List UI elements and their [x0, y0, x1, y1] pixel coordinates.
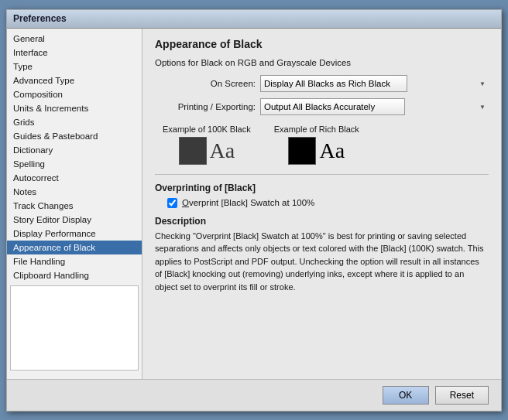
description-text: Checking "Overprint [Black] Swatch at 10…	[155, 230, 489, 294]
sidebar: General Interface Type Advanced Type Com…	[7, 29, 142, 379]
section-label: Options for Black on RGB and Grayscale D…	[155, 58, 489, 67]
printing-row: Printing / Exporting: Output All Blacks …	[155, 98, 489, 115]
sidebar-list: General Interface Type Advanced Type Com…	[7, 32, 142, 282]
reset-button[interactable]: Reset	[435, 386, 489, 405]
swatch-rich	[288, 137, 316, 165]
sidebar-item-guides-pasteboard[interactable]: Guides & Pasteboard	[7, 129, 142, 143]
on-screen-row: On Screen: Display All Blacks as Rich Bl…	[155, 75, 489, 92]
overprint-checkbox[interactable]	[167, 198, 177, 208]
sidebar-item-composition[interactable]: Composition	[7, 87, 142, 101]
sidebar-item-units-increments[interactable]: Units & Increments	[7, 101, 142, 115]
dialog-title: Preferences	[13, 13, 67, 24]
sidebar-item-type[interactable]: Type	[7, 60, 142, 73]
sidebar-item-interface[interactable]: Interface	[7, 46, 142, 60]
example-rich-display: Aa	[288, 137, 345, 165]
on-screen-label: On Screen:	[155, 79, 256, 88]
printing-label-text: Printing / Exporting:	[178, 102, 256, 111]
overprint-label-prefix: O	[182, 198, 189, 207]
printing-select[interactable]: Output All Blacks Accurately Output All …	[260, 98, 405, 115]
dialog-footer: OK Reset	[7, 379, 501, 411]
on-screen-select-wrapper[interactable]: Display All Blacks as Rich Black Display…	[260, 75, 489, 92]
example-100k-text: Aa	[210, 140, 235, 162]
content-title: Appearance of Black	[155, 38, 489, 50]
printing-label: Printing / Exporting:	[155, 102, 256, 111]
sidebar-item-spelling[interactable]: Spelling	[7, 157, 142, 171]
section-divider	[155, 174, 489, 175]
sidebar-item-track-changes[interactable]: Track Changes	[7, 199, 142, 213]
sidebar-item-appearance-of-black[interactable]: Appearance of Black	[7, 241, 142, 254]
sidebar-item-clipboard-handling[interactable]: Clipboard Handling	[7, 268, 142, 282]
printing-select-wrapper[interactable]: Output All Blacks Accurately Output All …	[260, 98, 489, 115]
example-100k-display: Aa	[179, 137, 235, 165]
sidebar-item-notes[interactable]: Notes	[7, 185, 142, 199]
examples-row: Example of 100K Black Aa Example of Rich…	[163, 125, 489, 165]
example-100k-label: Example of 100K Black	[163, 125, 251, 134]
sidebar-item-dictionary[interactable]: Dictionary	[7, 143, 142, 157]
sidebar-item-advanced-type[interactable]: Advanced Type	[7, 73, 142, 87]
example-100k-box: Example of 100K Black Aa	[163, 125, 251, 165]
main-content: Appearance of Black Options for Black on…	[142, 29, 501, 379]
ok-button[interactable]: OK	[383, 386, 429, 405]
dialog-body: General Interface Type Advanced Type Com…	[7, 29, 501, 379]
description-title: Description	[155, 216, 489, 227]
overprint-section: Overprinting of [Black] Overprint [Black…	[155, 183, 489, 208]
sidebar-item-grids[interactable]: Grids	[7, 115, 142, 129]
sidebar-preview-box	[10, 285, 139, 370]
swatch-100k	[179, 137, 207, 165]
overprint-checkbox-row: Overprint [Black] Swatch at 100%	[167, 198, 489, 208]
sidebar-item-file-handling[interactable]: File Handling	[7, 254, 142, 268]
example-rich-box: Example of Rich Black Aa	[274, 125, 359, 165]
overprint-label-text: verprint [Black] Swatch at 100%	[189, 198, 314, 207]
sidebar-item-general[interactable]: General	[7, 32, 142, 46]
example-rich-label: Example of Rich Black	[274, 125, 359, 134]
overprint-checkbox-label[interactable]: Overprint [Black] Swatch at 100%	[182, 198, 314, 207]
description-section: Description Checking "Overprint [Black] …	[155, 216, 489, 294]
preferences-dialog: Preferences General Interface Type Advan…	[6, 9, 502, 411]
on-screen-select[interactable]: Display All Blacks as Rich Black Display…	[260, 75, 407, 92]
overprint-title: Overprinting of [Black]	[155, 183, 489, 193]
sidebar-item-display-performance[interactable]: Display Performance	[7, 227, 142, 241]
sidebar-item-autocorrect[interactable]: Autocorrect	[7, 171, 142, 185]
example-rich-text: Aa	[319, 140, 345, 162]
title-bar: Preferences	[7, 10, 501, 29]
sidebar-item-story-editor-display[interactable]: Story Editor Display	[7, 213, 142, 227]
